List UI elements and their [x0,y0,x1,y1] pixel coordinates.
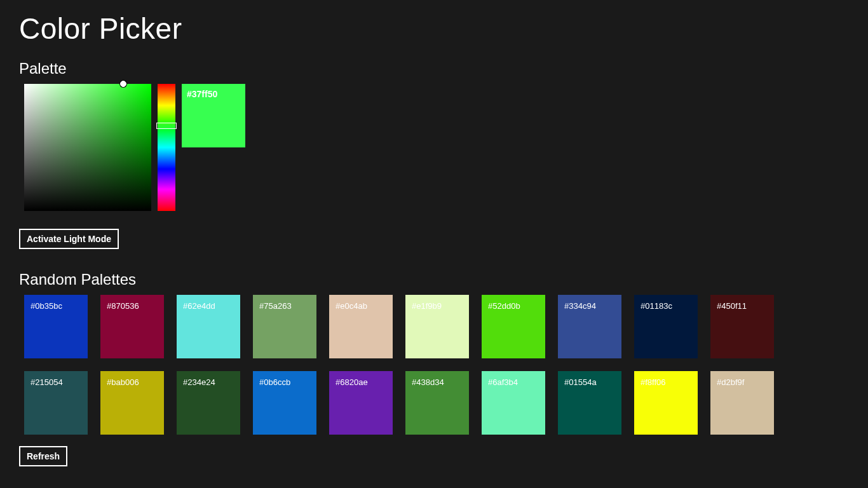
swatch-hex-label: #6af3b4 [488,377,518,387]
page-title: Color Picker [19,11,849,46]
palette-swatch[interactable]: #01554a [558,371,621,435]
palette-swatch[interactable]: #f8ff06 [634,371,698,435]
palette-swatch[interactable]: #6af3b4 [482,371,545,435]
palette-swatch[interactable]: #215054 [24,371,88,435]
palette-swatch[interactable]: #334c94 [558,295,621,358]
swatch-hex-label: #450f11 [717,301,747,311]
swatch-hex-label: #62e4dd [183,301,215,311]
swatch-hex-label: #0b35bc [31,301,62,311]
palette-swatch[interactable]: #e0c4ab [329,295,393,358]
sv-marker-icon[interactable] [120,81,126,87]
palette-swatch[interactable]: #75a263 [253,295,316,358]
swatch-hex-label: #215054 [31,377,63,387]
swatch-hex-label: #234e24 [183,377,215,387]
palette-swatch[interactable]: #e1f9b9 [405,295,469,358]
palette-heading: Palette [19,60,849,78]
swatch-hex-label: #bab006 [107,377,139,387]
refresh-button[interactable]: Refresh [19,446,67,466]
hue-slider[interactable] [158,84,175,211]
palette-swatch[interactable]: #0b35bc [24,295,88,358]
swatch-hex-label: #334c94 [564,301,596,311]
swatch-hex-label: #75a263 [259,301,292,311]
current-hex-label: #37ff50 [187,89,217,99]
palette-swatch[interactable]: #bab006 [100,371,164,435]
palette-swatch[interactable]: #01183c [634,295,698,358]
palette-swatch[interactable]: #870536 [100,295,164,358]
palette-swatch[interactable]: #52dd0b [482,295,545,358]
palette-swatch[interactable]: #234e24 [177,371,240,435]
current-color-swatch: #37ff50 [182,84,245,147]
palette-swatch[interactable]: #0b6ccb [253,371,316,435]
palette-swatch[interactable]: #438d34 [405,371,469,435]
palette-swatch[interactable]: #450f11 [710,295,774,358]
saturation-value-picker[interactable] [24,84,151,211]
swatch-hex-label: #870536 [107,301,139,311]
palette-swatch[interactable]: #6820ae [329,371,393,435]
swatch-hex-label: #01554a [564,377,597,387]
swatch-hex-label: #d2bf9f [717,377,744,387]
swatch-hex-label: #6820ae [336,377,368,387]
swatch-hex-label: #01183c [641,301,672,311]
swatch-hex-label: #438d34 [412,377,444,387]
swatch-hex-label: #e0c4ab [336,301,367,311]
swatch-hex-label: #52dd0b [488,301,520,311]
hue-marker-icon[interactable] [156,123,177,129]
palette-controls: #37ff50 [24,84,849,211]
activate-light-mode-button[interactable]: Activate Light Mode [19,229,119,249]
swatch-hex-label: #e1f9b9 [412,301,442,311]
palette-swatch[interactable]: #62e4dd [177,295,240,358]
random-heading: Random Palettes [19,271,849,288]
palette-swatch[interactable]: #d2bf9f [710,371,774,435]
swatch-hex-label: #f8ff06 [641,377,666,387]
random-palette-grid: #0b35bc#870536#62e4dd#75a263#e0c4ab#e1f9… [24,295,849,435]
sv-black-layer [24,84,151,211]
swatch-hex-label: #0b6ccb [259,377,290,387]
